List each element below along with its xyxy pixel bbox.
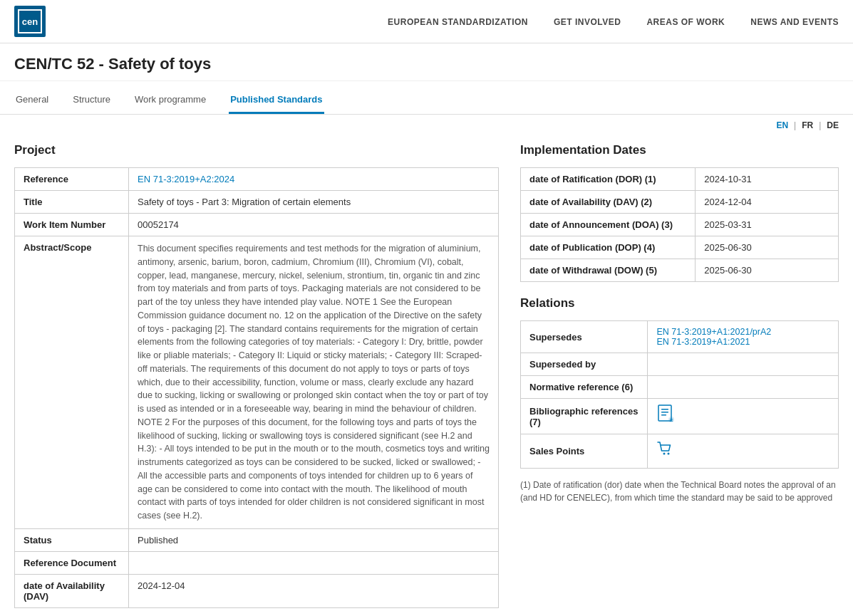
- label-work-item: Work Item Number: [15, 214, 129, 236]
- label-abstract: Abstract/Scope: [15, 236, 129, 529]
- table-row: Abstract/Scope This document specifies r…: [15, 236, 499, 529]
- relations-title: Relations: [520, 296, 839, 310]
- svg-rect-4: [661, 409, 668, 410]
- logo-box: cen: [14, 6, 46, 37]
- value-ref-doc: [129, 551, 499, 574]
- table-row: Normative reference (6): [521, 376, 839, 399]
- label-dop: date of Publication (DOP) (4): [521, 236, 696, 259]
- table-row: Title Safety of toys - Part 3: Migration…: [15, 191, 499, 214]
- main-nav: EUROPEAN STANDARDIZATION GET INVOLVED AR…: [388, 16, 839, 27]
- tab-published-standards[interactable]: Published Standards: [229, 87, 324, 114]
- value-abstract: This document specifies requirements and…: [129, 236, 499, 529]
- impl-dates-title: Implementation Dates: [520, 143, 839, 157]
- table-row: date of Withdrawal (DOW) (5) 2025-06-30: [521, 259, 839, 282]
- nav-areas-of-work[interactable]: AREAS OF WORK: [646, 17, 725, 27]
- supersedes-link-1[interactable]: EN 71-3:2019+A1:2021/prA2: [656, 327, 829, 337]
- tab-structure[interactable]: Structure: [71, 87, 112, 114]
- table-row: Reference Document: [15, 551, 499, 574]
- svg-text:cen: cen: [22, 16, 38, 27]
- label-bibliographic: Bibliographic references (7): [521, 399, 648, 434]
- label-ref-doc: Reference Document: [15, 551, 129, 574]
- right-panel: Implementation Dates date of Ratificatio…: [520, 136, 839, 608]
- table-row: date of Announcement (DOA) (3) 2025-03-3…: [521, 214, 839, 236]
- project-section-title: Project: [14, 143, 499, 157]
- value-dav: 2024-12-04: [129, 574, 499, 607]
- lang-fr[interactable]: FR: [802, 120, 813, 130]
- table-row: Superseded by: [521, 353, 839, 376]
- svg-point-10: [668, 453, 670, 455]
- table-row: date of Publication (DOP) (4) 2025-06-30: [521, 236, 839, 259]
- table-row: Supersedes EN 71-3:2019+A1:2021/prA2 EN …: [521, 321, 839, 353]
- label-doa: date of Announcement (DOA) (3): [521, 214, 696, 236]
- value-reference: EN 71-3:2019+A2:2024: [129, 168, 499, 191]
- value-title: Safety of toys - Part 3: Migration of ce…: [129, 191, 499, 214]
- lang-sep-2: |: [819, 120, 821, 130]
- value-doa: 2025-03-31: [696, 214, 839, 236]
- reference-link[interactable]: EN 71-3:2019+A2:2024: [138, 174, 234, 184]
- tabs-bar: General Structure Work programme Publish…: [0, 87, 853, 115]
- table-row: Sales Points: [521, 434, 839, 469]
- value-normative-ref: [648, 376, 839, 399]
- nav-news-and-events[interactable]: NEWS AND EVENTS: [750, 17, 839, 27]
- main-content: Project Reference EN 71-3:2019+A2:2024 T…: [0, 136, 853, 608]
- label-dav2: date of Availability (DAV) (2): [521, 191, 696, 214]
- lang-en[interactable]: EN: [776, 120, 788, 130]
- value-work-item: 00052174: [129, 214, 499, 236]
- table-row: Bibliographic references (7) ≡: [521, 399, 839, 434]
- document-icon[interactable]: ≡: [656, 412, 676, 427]
- project-table: Reference EN 71-3:2019+A2:2024 Title Saf…: [14, 167, 499, 608]
- svg-rect-5: [661, 412, 668, 413]
- value-sales-points: [648, 434, 839, 469]
- lang-de[interactable]: DE: [827, 120, 839, 130]
- logo: cen: [14, 6, 46, 37]
- page-title: CEN/TC 52 - Safety of toys: [14, 55, 839, 73]
- label-supersedes: Supersedes: [521, 321, 648, 353]
- nav-get-involved[interactable]: GET INVOLVED: [554, 17, 621, 27]
- value-dav2: 2024-12-04: [696, 191, 839, 214]
- label-superseded-by: Superseded by: [521, 353, 648, 376]
- impl-dates-table: date of Ratification (DOR) (1) 2024-10-3…: [520, 167, 839, 282]
- svg-point-9: [663, 453, 666, 455]
- table-row: Status Published: [15, 528, 499, 551]
- relations-table: Supersedes EN 71-3:2019+A1:2021/prA2 EN …: [520, 320, 839, 469]
- header: cen EUROPEAN STANDARDIZATION GET INVOLVE…: [0, 0, 853, 43]
- label-normative-ref: Normative reference (6): [521, 376, 648, 399]
- notes-text: (1) Date of ratification (dor) date when…: [520, 479, 839, 504]
- cart-icon[interactable]: [656, 446, 675, 461]
- label-reference: Reference: [15, 168, 129, 191]
- table-row: Work Item Number 00052174: [15, 214, 499, 236]
- tab-work-programme[interactable]: Work programme: [133, 87, 207, 114]
- label-sales-points: Sales Points: [521, 434, 648, 469]
- value-dop: 2025-06-30: [696, 236, 839, 259]
- value-dor: 2024-10-31: [696, 168, 839, 191]
- svg-text:≡: ≡: [670, 417, 673, 424]
- label-status: Status: [15, 528, 129, 551]
- value-status: Published: [129, 528, 499, 551]
- svg-rect-6: [661, 414, 666, 416]
- value-superseded-by: [648, 353, 839, 376]
- table-row: date of Availability (DAV) 2024-12-04: [15, 574, 499, 607]
- label-dor: date of Ratification (DOR) (1): [521, 168, 696, 191]
- tab-general[interactable]: General: [14, 87, 50, 114]
- table-row: date of Availability (DAV) (2) 2024-12-0…: [521, 191, 839, 214]
- label-dav: date of Availability (DAV): [15, 574, 129, 607]
- supersedes-link-2[interactable]: EN 71-3:2019+A1:2021: [656, 337, 829, 347]
- label-title: Title: [15, 191, 129, 214]
- label-dow: date of Withdrawal (DOW) (5): [521, 259, 696, 282]
- nav-european-standardization[interactable]: EUROPEAN STANDARDIZATION: [388, 17, 528, 27]
- table-row: date of Ratification (DOR) (1) 2024-10-3…: [521, 168, 839, 191]
- language-bar: EN | FR | DE: [0, 115, 853, 136]
- abstract-text: This document specifies requirements and…: [138, 242, 490, 523]
- lang-sep-1: |: [794, 120, 796, 130]
- value-bibliographic: ≡: [648, 399, 839, 434]
- page-title-bar: CEN/TC 52 - Safety of toys: [0, 43, 853, 81]
- left-panel: Project Reference EN 71-3:2019+A2:2024 T…: [14, 136, 499, 608]
- table-row: Reference EN 71-3:2019+A2:2024: [15, 168, 499, 191]
- value-supersedes: EN 71-3:2019+A1:2021/prA2 EN 71-3:2019+A…: [648, 321, 839, 353]
- value-dow: 2025-06-30: [696, 259, 839, 282]
